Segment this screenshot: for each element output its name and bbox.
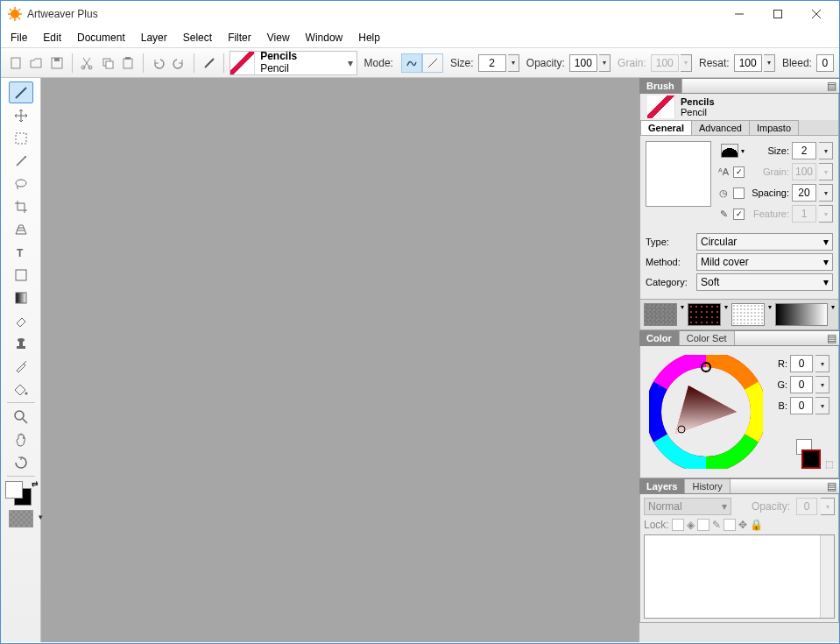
wand-tool[interactable]	[9, 150, 33, 172]
layer-list[interactable]	[644, 534, 835, 619]
shape-tool[interactable]	[9, 264, 33, 286]
canvas-area[interactable]	[41, 78, 639, 642]
aa-checkbox[interactable]: ✓	[733, 166, 745, 178]
color-swatches[interactable]: ⇄	[5, 479, 37, 506]
tip-shape-icon[interactable]	[721, 144, 738, 158]
opacity-dropdown[interactable]: ▾	[599, 54, 611, 72]
lock-all-icon[interactable]: 🔒	[750, 519, 763, 531]
undo-button[interactable]	[149, 52, 168, 74]
menu-layer[interactable]: Layer	[133, 29, 175, 46]
brush-tool-button[interactable]	[200, 52, 219, 74]
chevron-down-icon[interactable]: ▾	[831, 303, 835, 326]
menu-filter[interactable]: Filter	[220, 29, 259, 46]
brush-panel-tab[interactable]: Brush	[639, 79, 682, 93]
history-panel-tab[interactable]: History	[685, 479, 730, 493]
hand-tool[interactable]	[9, 428, 33, 450]
type-select[interactable]: Circular▾	[696, 233, 833, 251]
panel-spacing-input[interactable]	[792, 184, 816, 202]
new-button[interactable]	[6, 52, 25, 74]
lock-pixels-checkbox[interactable]	[697, 519, 709, 531]
paste-button[interactable]	[119, 52, 138, 74]
minimize-button[interactable]	[720, 2, 759, 26]
color-panel-swatches[interactable]: ⬚	[796, 439, 829, 469]
swap-colors-icon[interactable]: ⇄	[32, 479, 39, 488]
mode-freehand-button[interactable]	[401, 53, 422, 73]
eyedropper-tool[interactable]	[9, 355, 33, 377]
opacity-input[interactable]	[569, 54, 597, 72]
redo-button[interactable]	[169, 52, 188, 74]
move-tool[interactable]	[9, 104, 33, 126]
feature-checkbox[interactable]: ✓	[733, 209, 745, 220]
foreground-color-swatch[interactable]	[5, 481, 23, 499]
color-wheel[interactable]	[649, 355, 763, 469]
r-input[interactable]	[790, 355, 813, 372]
panel-size-input[interactable]	[792, 142, 816, 159]
lock-transparency-checkbox[interactable]	[672, 519, 684, 531]
close-button[interactable]	[797, 2, 836, 26]
chevron-down-icon[interactable]: ▾	[724, 303, 728, 326]
r-dropdown[interactable]: ▾	[815, 355, 829, 372]
menu-window[interactable]: Window	[298, 29, 351, 46]
bleed-input[interactable]	[816, 54, 834, 72]
open-button[interactable]	[27, 52, 46, 74]
panel-size-dropdown[interactable]: ▾	[819, 142, 833, 159]
size-dropdown[interactable]: ▾	[508, 54, 519, 72]
menu-edit[interactable]: Edit	[35, 29, 69, 46]
layers-panel-tab[interactable]: Layers	[639, 479, 685, 493]
fill-tool[interactable]	[9, 378, 33, 400]
eraser-tool[interactable]	[9, 309, 33, 331]
color-panel-tab[interactable]: Color	[639, 331, 680, 345]
panel-spacing-dropdown[interactable]: ▾	[819, 184, 833, 202]
menu-select[interactable]: Select	[175, 29, 220, 46]
size-input[interactable]	[478, 54, 506, 72]
stamp-tool[interactable]	[9, 332, 33, 354]
maximize-button[interactable]	[759, 2, 797, 26]
scrollbar[interactable]	[820, 535, 834, 618]
layers-panel-menu-icon[interactable]: ▤	[823, 479, 839, 493]
copy-button[interactable]	[98, 52, 117, 74]
zoom-tool[interactable]	[9, 406, 33, 428]
resat-input[interactable]	[734, 54, 762, 72]
cut-button[interactable]	[77, 52, 96, 74]
category-select[interactable]: Soft▾	[696, 273, 833, 291]
save-button[interactable]	[47, 52, 67, 74]
menu-document[interactable]: Document	[69, 29, 133, 46]
lock-position-checkbox[interactable]	[724, 519, 736, 531]
g-input[interactable]	[790, 376, 813, 393]
mode-line-button[interactable]	[422, 53, 443, 73]
texture-swatch[interactable]	[9, 510, 33, 527]
method-select[interactable]: Mild cover▾	[696, 253, 833, 271]
chevron-down-icon[interactable]: ▾	[681, 303, 684, 326]
lasso-tool[interactable]	[9, 173, 33, 195]
marquee-tool[interactable]	[9, 127, 33, 149]
menu-file[interactable]: File	[3, 29, 35, 46]
tab-advanced[interactable]: Advanced	[691, 120, 750, 135]
menu-help[interactable]: Help	[350, 29, 388, 46]
spacing-checkbox[interactable]	[733, 188, 745, 199]
bg-swatch[interactable]	[801, 449, 821, 469]
chevron-down-icon[interactable]: ▾	[768, 303, 772, 326]
tip-shape-dropdown[interactable]: ▾	[741, 147, 745, 155]
gradient-preset[interactable]	[775, 303, 828, 326]
texture-preset-2[interactable]	[688, 303, 721, 326]
crop-tool[interactable]	[9, 195, 33, 217]
tab-impasto[interactable]: Impasto	[749, 120, 799, 135]
color-panel-menu-icon[interactable]: ▤	[823, 331, 839, 345]
g-dropdown[interactable]: ▾	[815, 376, 829, 393]
menu-view[interactable]: View	[259, 29, 298, 46]
tab-general[interactable]: General	[640, 120, 692, 135]
b-input[interactable]	[790, 397, 813, 414]
brush-selector[interactable]: Pencils Pencil ▾	[229, 51, 356, 75]
b-dropdown[interactable]: ▾	[815, 397, 829, 414]
resat-dropdown[interactable]: ▾	[764, 54, 775, 72]
texture-preset-3[interactable]	[731, 303, 765, 326]
brush-panel-menu-icon[interactable]: ▤	[823, 79, 839, 93]
gradient-tool[interactable]	[9, 287, 33, 308]
colorset-panel-tab[interactable]: Color Set	[680, 331, 735, 345]
brush-tool[interactable]	[9, 81, 33, 103]
perspective-tool[interactable]	[9, 218, 33, 240]
text-tool[interactable]: T	[9, 241, 33, 263]
texture-preset-1[interactable]	[644, 303, 677, 326]
rotate-tool[interactable]	[9, 451, 33, 473]
reset-colors-icon[interactable]: ⬚	[825, 459, 833, 469]
